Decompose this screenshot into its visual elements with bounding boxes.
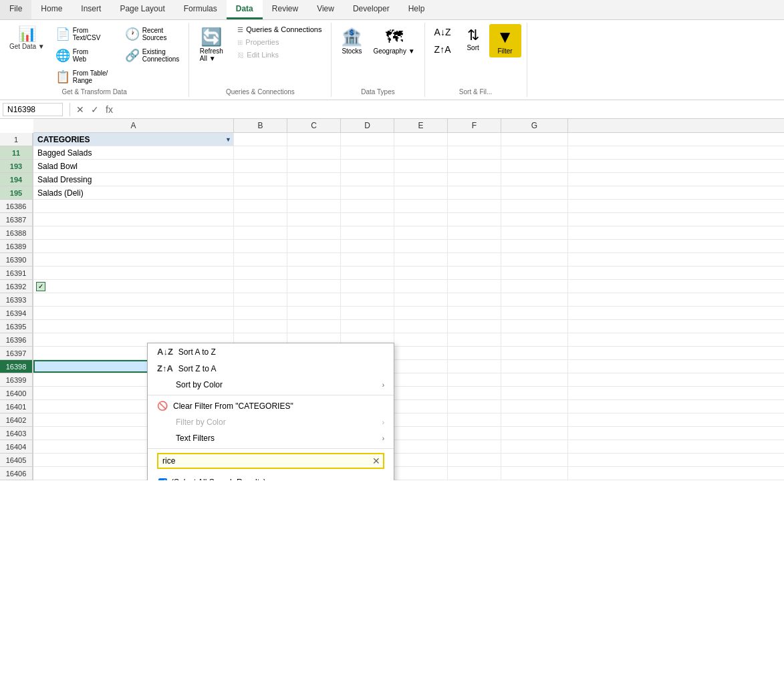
cell-f195[interactable] (448, 186, 501, 199)
cell-a195[interactable]: Salads (Deli) (33, 186, 234, 199)
cell-a193[interactable]: Salad Bowl (33, 160, 234, 172)
cell-16394[interactable] (33, 307, 234, 319)
cell-16387[interactable] (33, 213, 234, 226)
text-filters-item[interactable]: Text Filters › (148, 430, 394, 446)
formula-input[interactable] (118, 104, 781, 116)
tab-developer[interactable]: Developer (344, 0, 399, 19)
row-num-195[interactable]: 195 (0, 186, 32, 200)
row-num-11[interactable]: 11 (0, 146, 32, 160)
cell-b11[interactable] (234, 146, 287, 159)
tab-formulas[interactable]: Formulas (174, 0, 227, 19)
row-num-16388[interactable]: 16388 (0, 226, 32, 240)
cancel-formula-button[interactable]: ✕ (74, 104, 86, 115)
name-box[interactable] (3, 103, 63, 116)
tab-insert[interactable]: Insert (72, 0, 110, 19)
cell-c1[interactable] (287, 133, 341, 146)
cell-g11[interactable] (501, 146, 568, 159)
cell-g194[interactable] (501, 173, 568, 186)
cell-a11[interactable]: Bagged Salads (33, 146, 234, 159)
row-num-193[interactable]: 193 (0, 160, 32, 173)
row-num-16402[interactable]: 16402 (0, 413, 32, 427)
cell-e1[interactable] (394, 133, 448, 146)
col-header-f[interactable]: F (448, 119, 501, 132)
cell-d11[interactable] (341, 146, 394, 159)
confirm-formula-button[interactable]: ✓ (89, 104, 101, 115)
edit-links-button[interactable]: ⛓ Edit Links (233, 49, 325, 60)
cell-c194[interactable] (287, 173, 341, 186)
cell-f194[interactable] (448, 173, 501, 186)
clear-filter-item[interactable]: 🚫 Clear Filter From "CATEGORIES" (148, 397, 394, 414)
cell-c195[interactable] (287, 186, 341, 199)
col-header-g[interactable]: G (501, 119, 568, 132)
cell-d194[interactable] (341, 173, 394, 186)
existing-connections-button[interactable]: 🔗 ExistingConnections (121, 45, 184, 65)
tab-home[interactable]: Home (31, 0, 72, 19)
row-num-16401[interactable]: 16401 (0, 400, 32, 413)
row-num-16405[interactable]: 16405 (0, 454, 32, 467)
cell-b193[interactable] (234, 160, 287, 172)
filter-button[interactable]: ▼ Filter (489, 24, 521, 57)
cell-e194[interactable] (394, 173, 448, 186)
from-web-button[interactable]: 🌐 FromWeb (51, 45, 118, 65)
get-data-button[interactable]: 📊 Get Data ▼ (5, 24, 49, 53)
row-num-16387[interactable]: 16387 (0, 213, 32, 226)
row-num-16386[interactable]: 16386 (0, 200, 32, 213)
cell-c11[interactable] (287, 146, 341, 159)
cell-c193[interactable] (287, 160, 341, 172)
cell-g195[interactable] (501, 186, 568, 199)
cell-e11[interactable] (394, 146, 448, 159)
sort-z-to-a-item[interactable]: Z↑A Sort Z to A (148, 360, 394, 377)
row-num-16393[interactable]: 16393 (0, 293, 32, 307)
from-table-range-button[interactable]: 📋 From Table/Range (51, 67, 118, 87)
select-all-checkbox[interactable] (158, 478, 167, 481)
insert-function-button[interactable]: fx (104, 104, 115, 115)
row-num-16391[interactable]: 16391 (0, 267, 32, 280)
col-header-a[interactable]: A (33, 119, 234, 132)
cell-16392[interactable]: ✓ (33, 280, 234, 293)
row-num-16390[interactable]: 16390 (0, 253, 32, 267)
cell-d1[interactable] (341, 133, 394, 146)
tab-data[interactable]: Data (227, 0, 263, 19)
filter-select-check[interactable]: ✓ (36, 282, 45, 291)
tab-review[interactable]: Review (263, 0, 307, 19)
row-num-16399[interactable]: 16399 (0, 373, 32, 387)
tab-page-layout[interactable]: Page Layout (110, 0, 174, 19)
sort-button[interactable]: ⇅ Sort (460, 24, 487, 54)
filter-search-clear-button[interactable]: ✕ (370, 456, 383, 466)
stocks-button[interactable]: 🏦 Stocks (337, 24, 366, 57)
row-num-16397[interactable]: 16397 (0, 347, 32, 360)
cell-b1[interactable] (234, 133, 287, 146)
recent-sources-button[interactable]: 🕐 RecentSources (121, 24, 184, 44)
cell-a194[interactable]: Salad Dressing (33, 173, 234, 186)
filter-dropdown-icon[interactable]: ▼ (225, 136, 232, 143)
cell-d193[interactable] (341, 160, 394, 172)
row-num-16404[interactable]: 16404 (0, 440, 32, 454)
row-num-16389[interactable]: 16389 (0, 240, 32, 253)
cell-e195[interactable] (394, 186, 448, 199)
refresh-all-button[interactable]: 🔄 RefreshAll ▼ (194, 24, 228, 65)
sort-a-to-z-item[interactable]: A↓Z Sort A to Z (148, 343, 394, 360)
row-num-1[interactable]: 1 (0, 133, 32, 146)
sort-by-color-item[interactable]: Sort by Color › (148, 377, 394, 393)
row-num-16406[interactable]: 16406 (0, 467, 32, 480)
cell-16391[interactable] (33, 267, 234, 279)
tab-file[interactable]: File (0, 0, 31, 19)
tab-help[interactable]: Help (399, 0, 434, 19)
cell-16386[interactable] (33, 200, 234, 212)
cell-e193[interactable] (394, 160, 448, 172)
cell-16388[interactable] (33, 226, 234, 239)
row-num-16396[interactable]: 16396 (0, 333, 32, 347)
row-num-194[interactable]: 194 (0, 173, 32, 186)
sort-az-button[interactable]: A↓Z (430, 24, 457, 40)
cell-16390[interactable] (33, 253, 234, 266)
row-num-16400[interactable]: 16400 (0, 387, 32, 400)
cell-16395[interactable] (33, 320, 234, 333)
cell-16393[interactable] (33, 293, 234, 306)
row-num-16394[interactable]: 16394 (0, 307, 32, 320)
row-num-16398[interactable]: 16398 (0, 360, 32, 373)
row-num-16403[interactable]: 16403 (0, 427, 32, 440)
col-header-d[interactable]: D (341, 119, 394, 132)
row-num-16395[interactable]: 16395 (0, 320, 32, 333)
geography-button[interactable]: 🗺 Geography ▼ (369, 24, 418, 57)
cell-b194[interactable] (234, 173, 287, 186)
